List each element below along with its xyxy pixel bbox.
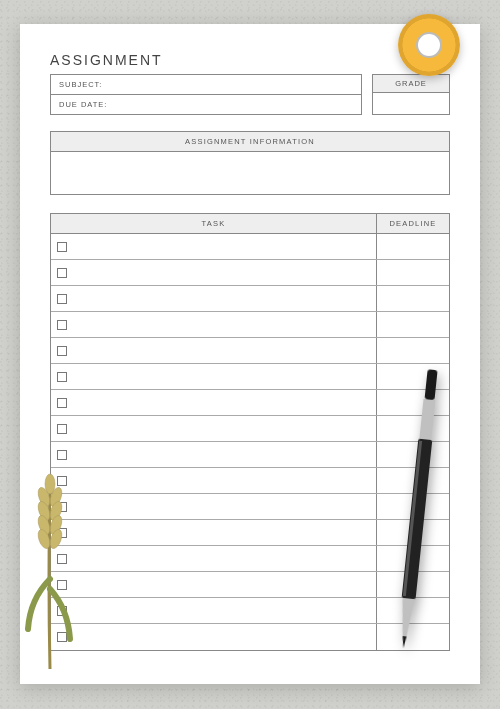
task-checkbox[interactable]: [57, 372, 67, 382]
table-row: [51, 546, 449, 572]
task-column-header: TASK: [51, 214, 377, 233]
task-checkbox[interactable]: [57, 502, 67, 512]
table-row: [51, 364, 449, 390]
svg-marker-13: [399, 598, 415, 637]
table-row: [51, 598, 449, 624]
task-cell: [51, 260, 377, 285]
table-row: [51, 468, 449, 494]
table-row: [51, 338, 449, 364]
task-cell: [51, 598, 377, 623]
grade-box: GRADE: [372, 74, 450, 115]
subject-label: SUBJECT:: [51, 75, 361, 94]
task-checkbox[interactable]: [57, 242, 67, 252]
table-row: [51, 494, 449, 520]
task-cell: [51, 468, 377, 493]
task-checkbox[interactable]: [57, 424, 67, 434]
task-cell: [51, 442, 377, 467]
deadline-cell: [377, 338, 449, 363]
task-cell: [51, 546, 377, 571]
task-cell: [51, 338, 377, 363]
assignment-info-header: ASSIGNMENT INFORMATION: [51, 132, 449, 152]
header-row: SUBJECT: DUE DATE: GRADE: [50, 74, 450, 115]
task-checkbox[interactable]: [57, 632, 67, 642]
task-table: TASK DEADLINE: [50, 213, 450, 651]
table-row: [51, 416, 449, 442]
task-cell: [51, 390, 377, 415]
task-cell: [51, 494, 377, 519]
table-row: [51, 260, 449, 286]
table-row: [51, 312, 449, 338]
task-checkbox[interactable]: [57, 528, 67, 538]
tape-roll-decoration: [398, 14, 460, 76]
task-checkbox[interactable]: [57, 554, 67, 564]
deadline-cell: [377, 286, 449, 311]
task-checkbox[interactable]: [57, 476, 67, 486]
task-checkbox[interactable]: [57, 320, 67, 330]
task-checkbox[interactable]: [57, 294, 67, 304]
task-checkbox[interactable]: [57, 398, 67, 408]
table-row: [51, 286, 449, 312]
table-row: [51, 442, 449, 468]
svg-marker-14: [401, 636, 406, 648]
assignment-info-body: [51, 152, 449, 194]
deadline-cell: [377, 312, 449, 337]
deadline-column-header: DEADLINE: [377, 214, 449, 233]
assignment-info-box: ASSIGNMENT INFORMATION: [50, 131, 450, 195]
subject-duedate-box: SUBJECT: DUE DATE:: [50, 74, 362, 115]
task-cell: [51, 312, 377, 337]
task-checkbox[interactable]: [57, 606, 67, 616]
task-cell: [51, 416, 377, 441]
deadline-cell: [377, 234, 449, 259]
deadline-cell: [377, 260, 449, 285]
task-checkbox[interactable]: [57, 268, 67, 278]
task-cell: [51, 286, 377, 311]
table-row: [51, 390, 449, 416]
task-cell: [51, 364, 377, 389]
task-table-header: TASK DEADLINE: [51, 214, 449, 234]
task-cell: [51, 572, 377, 597]
table-row: [51, 572, 449, 598]
task-checkbox[interactable]: [57, 580, 67, 590]
grade-value: [373, 93, 449, 114]
page-title: ASSIGNMENT: [50, 52, 450, 68]
task-checkbox[interactable]: [57, 346, 67, 356]
task-cell: [51, 520, 377, 545]
table-row: [51, 234, 449, 260]
table-row: [51, 624, 449, 650]
svg-rect-10: [419, 399, 435, 440]
task-checkbox[interactable]: [57, 450, 67, 460]
task-cell: [51, 234, 377, 259]
grade-label: GRADE: [373, 75, 449, 93]
duedate-label: DUE DATE:: [51, 94, 361, 114]
table-row: [51, 520, 449, 546]
task-cell: [51, 624, 377, 650]
svg-rect-9: [425, 369, 438, 400]
